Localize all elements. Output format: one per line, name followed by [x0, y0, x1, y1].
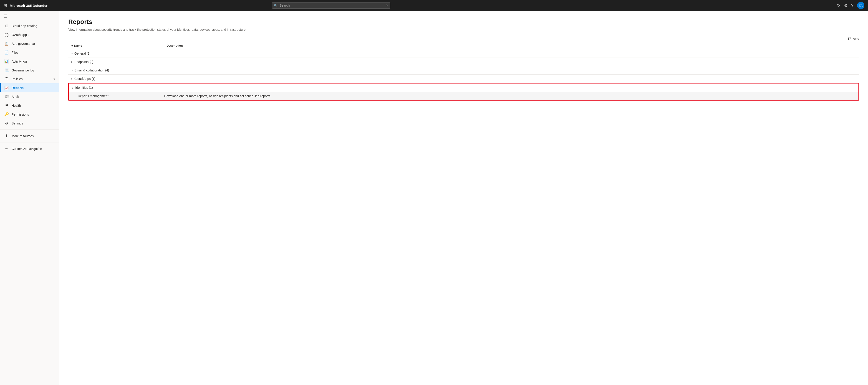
sidebar-divider	[0, 129, 59, 130]
search-bar: 🔍 ✕	[272, 2, 390, 9]
feedback-button[interactable]: ⟳	[837, 3, 840, 8]
sidebar-item-cloud-app-catalog[interactable]: ⊞ Cloud app catalog	[0, 21, 59, 30]
group-label: General (2)	[74, 52, 91, 55]
sidebar-item-files[interactable]: 📄 Files	[0, 48, 59, 57]
cloud-app-catalog-icon: ⊞	[4, 24, 9, 28]
group-row-cloud-apps[interactable]: >Cloud Apps (1)	[68, 75, 859, 83]
sub-row-reports-management[interactable]: Reports managementDownload one or more r…	[69, 92, 859, 100]
sidebar-label: Activity log	[11, 60, 27, 63]
sidebar-label: Files	[11, 51, 19, 54]
settings-icon-button[interactable]: ⚙	[844, 3, 847, 8]
group-row-endpoints[interactable]: >Endpoints (8)	[68, 58, 859, 66]
group-label: Email & collaboration (4)	[74, 68, 109, 72]
group-row-general[interactable]: >General (2)	[68, 49, 859, 58]
group-chevron-icon: >	[71, 69, 72, 72]
page-description: View information about security trends a…	[68, 28, 859, 31]
sidebar-label: Audit	[11, 95, 19, 98]
group-label: Endpoints (8)	[74, 60, 93, 64]
user-avatar[interactable]: TA	[857, 2, 864, 9]
sidebar-label: Reports	[11, 86, 24, 90]
customize-icon: ✏	[4, 147, 9, 151]
sidebar-item-reports[interactable]: 📈 Reports	[0, 83, 59, 92]
search-input[interactable]	[272, 2, 390, 9]
permissions-icon: 🔑	[4, 112, 9, 117]
topbar: ⊞ Microsoft 365 Defender 🔍 ✕ ⟳ ⚙ ? TA	[0, 0, 868, 11]
app-title: Microsoft 365 Defender	[10, 4, 48, 7]
search-icon: 🔍	[274, 4, 278, 7]
col-header-description: Description	[164, 42, 859, 49]
group-row-email-collaboration[interactable]: >Email & collaboration (4)	[68, 66, 859, 75]
sidebar-item-settings[interactable]: ⚙ Settings	[0, 119, 59, 128]
help-button[interactable]: ?	[851, 3, 854, 8]
sort-arrow-icon: ∨	[71, 44, 73, 47]
sidebar-item-audit[interactable]: 📰 Audit	[0, 92, 59, 101]
sidebar-label: OAuth apps	[11, 33, 28, 37]
sidebar-label: App governance	[11, 42, 35, 46]
group-chevron-icon: ∨	[71, 86, 73, 89]
layout: ☰ ⊞ Cloud app catalog ◯ OAuth apps 📋 App…	[0, 11, 868, 385]
sidebar-label: Health	[11, 104, 21, 108]
group-label: Identities (1)	[75, 86, 93, 89]
reports-icon: 📈	[4, 86, 9, 90]
sidebar-item-oauth-apps[interactable]: ◯ OAuth apps	[0, 30, 59, 39]
sidebar-item-app-governance[interactable]: 📋 App governance	[0, 39, 59, 48]
main-content: Reports View information about security …	[59, 11, 868, 385]
sidebar-item-more-resources[interactable]: ℹ More resources	[0, 131, 59, 140]
sidebar-item-permissions[interactable]: 🔑 Permissions	[0, 110, 59, 119]
topbar-actions: ⟳ ⚙ ? TA	[837, 2, 864, 9]
group-label: Cloud Apps (1)	[74, 77, 96, 81]
group-row-identities[interactable]: ∨Identities (1)	[69, 84, 859, 92]
sidebar-label: Customize navigation	[11, 147, 42, 151]
page-title: Reports	[68, 18, 859, 26]
sub-row-name: Reports management	[78, 94, 164, 98]
col-header-name[interactable]: ∨ Name	[68, 42, 164, 49]
hamburger-icon: ☰	[4, 13, 7, 19]
sidebar-label: Cloud app catalog	[11, 24, 37, 28]
health-icon: ❤	[4, 103, 9, 108]
app-governance-icon: 📋	[4, 41, 9, 46]
sidebar-item-customize-navigation[interactable]: ✏ Customize navigation	[0, 144, 59, 153]
sidebar-item-health[interactable]: ❤ Health	[0, 101, 59, 110]
group-chevron-icon: >	[71, 61, 72, 64]
sidebar-label: Policies	[11, 77, 23, 81]
activity-log-icon: 📊	[4, 59, 9, 63]
sidebar: ☰ ⊞ Cloud app catalog ◯ OAuth apps 📋 App…	[0, 11, 59, 385]
more-resources-icon: ℹ	[4, 134, 9, 138]
sidebar-label: Settings	[11, 121, 23, 125]
sidebar-label: Governance log	[11, 68, 34, 72]
oauth-apps-icon: ◯	[4, 33, 9, 37]
sub-row-description: Download one or more reports, assign rec…	[164, 94, 270, 98]
governance-log-icon: 📃	[4, 68, 9, 72]
sidebar-label: More resources	[11, 134, 34, 138]
policies-icon: 🛡	[4, 77, 9, 81]
highlighted-group-wrapper: ∨Identities (1)Reports managementDownloa…	[68, 83, 859, 101]
group-chevron-icon: >	[71, 77, 72, 81]
items-count: 17 items	[68, 37, 859, 40]
sidebar-label: Permissions	[11, 113, 29, 116]
sidebar-divider-2	[0, 142, 59, 143]
sidebar-toggle[interactable]: ☰	[0, 11, 59, 21]
group-chevron-icon: >	[71, 52, 72, 55]
policies-chevron-icon: ∨	[53, 77, 55, 81]
grid-icon[interactable]: ⊞	[4, 3, 7, 8]
sidebar-item-policies[interactable]: 🛡 Policies ∨	[0, 75, 59, 83]
sidebar-item-governance-log[interactable]: 📃 Governance log	[0, 66, 59, 75]
sidebar-item-activity-log[interactable]: 📊 Activity log	[0, 57, 59, 66]
clear-search-icon[interactable]: ✕	[386, 4, 389, 7]
report-table: ∨ Name Description >General (2)>Endpoint…	[68, 42, 859, 100]
files-icon: 📄	[4, 50, 9, 55]
audit-icon: 📰	[4, 94, 9, 99]
settings-nav-icon: ⚙	[4, 121, 9, 125]
